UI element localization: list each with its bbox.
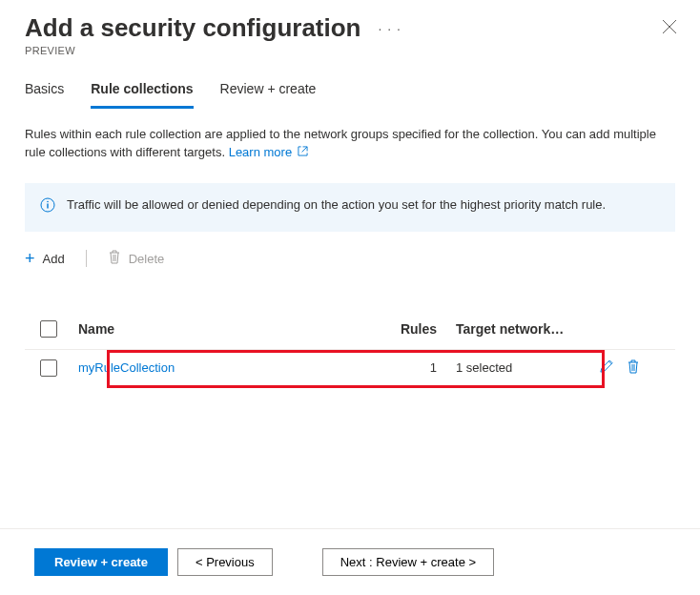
toolbar-separator	[86, 250, 87, 267]
svg-point-1	[47, 200, 49, 202]
column-header-rules[interactable]: Rules	[360, 321, 456, 337]
pencil-icon	[599, 359, 613, 374]
description-body: Rules within each rule collection are ap…	[25, 127, 656, 159]
panel-header: Add a security configuration · · · PREVI…	[0, 0, 700, 64]
tab-review-create[interactable]: Review + create	[220, 81, 317, 109]
column-header-target[interactable]: Target network…	[456, 321, 599, 337]
tab-rule-collections[interactable]: Rule collections	[91, 81, 193, 109]
tab-basics[interactable]: Basics	[25, 81, 64, 109]
info-text: Traffic will be allowed or denied depend…	[67, 196, 606, 215]
column-header-name[interactable]: Name	[78, 321, 360, 337]
info-banner: Traffic will be allowed or denied depend…	[25, 183, 675, 232]
delete-label: Delete	[129, 252, 165, 266]
description-text: Rules within each rule collection are ap…	[0, 109, 700, 162]
rule-collection-link[interactable]: myRuleCollection	[78, 360, 175, 375]
table-row: myRuleCollection 1 1 selected	[25, 349, 675, 386]
rule-collections-table: Name Rules Target network… myRuleCollect…	[0, 275, 700, 386]
row-delete-button[interactable]	[627, 359, 640, 377]
edit-button[interactable]	[599, 359, 613, 377]
svg-rect-2	[47, 203, 48, 208]
more-actions-icon[interactable]: · · ·	[379, 21, 401, 36]
select-all-checkbox[interactable]	[40, 320, 57, 338]
toolbar: + Add Delete	[0, 232, 700, 275]
cell-rules: 1	[360, 360, 456, 375]
learn-more-link[interactable]: Learn more	[229, 145, 308, 159]
previous-button[interactable]: < Previous	[177, 548, 273, 576]
table-header-row: Name Rules Target network…	[25, 313, 675, 349]
trash-icon	[108, 250, 121, 267]
close-icon	[662, 19, 677, 34]
preview-badge: PREVIEW	[25, 45, 677, 56]
cell-target: 1 selected	[456, 360, 599, 375]
trash-icon	[627, 359, 640, 374]
row-checkbox[interactable]	[40, 359, 57, 377]
add-label: Add	[43, 252, 65, 266]
info-icon	[40, 197, 55, 218]
review-create-button[interactable]: Review + create	[34, 548, 168, 576]
next-button[interactable]: Next : Review + create >	[322, 548, 494, 576]
external-link-icon	[298, 146, 308, 156]
add-button[interactable]: + Add	[25, 249, 65, 269]
plus-icon: +	[25, 249, 35, 269]
page-title: Add a security configuration	[25, 13, 361, 43]
tab-bar: Basics Rule collections Review + create	[0, 64, 700, 109]
close-button[interactable]	[662, 19, 677, 37]
footer-bar: Review + create < Previous Next : Review…	[0, 528, 700, 595]
delete-button[interactable]: Delete	[108, 250, 165, 267]
